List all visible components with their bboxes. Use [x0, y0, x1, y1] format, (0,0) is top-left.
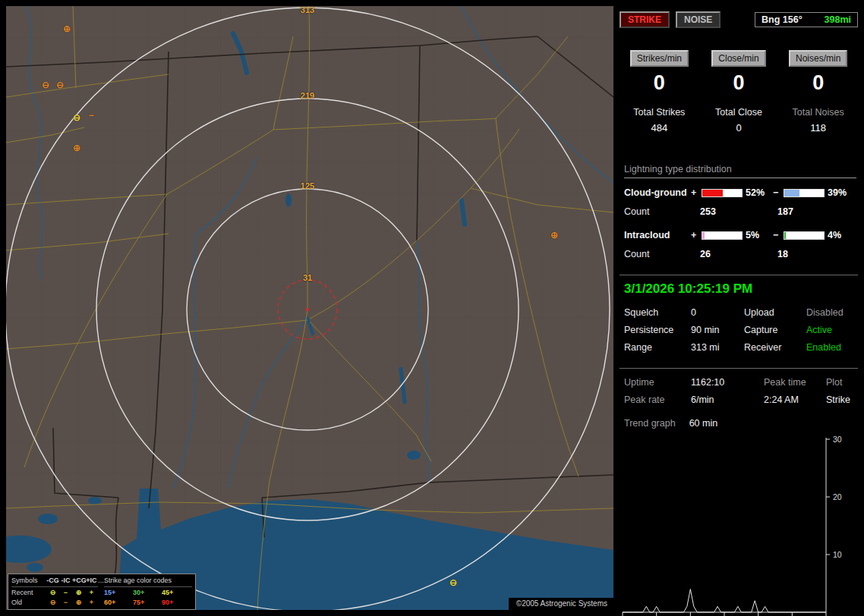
legend-age-code: 30+ [133, 588, 162, 598]
strike-marker: ⊖ [449, 579, 457, 586]
separator [620, 368, 858, 369]
legend-age-code: 45+ [162, 588, 192, 598]
legend-row-label: Old [11, 598, 46, 608]
map-legend: Symbols-CG-IC+CG+ICStrike age color code… [8, 574, 196, 610]
lightning-map: 313 219 125 31 ⊕⊖⊖⊖−⊕⊕⊖ Symbols-CG-IC+CG… [6, 6, 613, 610]
rate-counters: Strikes/min 0 Total Strikes 484 Close/mi… [620, 50, 858, 134]
strike-marker: ⊕ [73, 144, 80, 152]
range-value: 313 mi [691, 342, 744, 353]
upload-label: Upload [744, 307, 806, 318]
ring-label-125: 125 [301, 181, 314, 190]
svg-text:30: 30 [833, 435, 842, 444]
legend-age-code: 75+ [133, 598, 162, 608]
datetime-display: 3/1/2026 10:25:19 PM [624, 281, 858, 297]
intracloud-count-row: Count 26 18 [624, 249, 858, 259]
minus-sign: − [773, 187, 784, 198]
legend-age-code: 15+ [104, 588, 133, 598]
stats-grid: Uptime 1162:10 Peak time Plot Peak rate … [624, 377, 858, 405]
total-strikes-value: 484 [620, 122, 699, 134]
bearing-value: Bng 156° [762, 14, 803, 25]
total-close-label: Total Close [699, 107, 779, 118]
legend-age-title: Strike age color codes [104, 576, 192, 587]
cloud-ground-label: Cloud-ground [624, 187, 691, 198]
mode-toolbar: STRIKE NOISE Bng 156° 398mi [620, 12, 858, 27]
plot-label: Plot [826, 377, 858, 388]
peak-time-label: Peak time [764, 377, 826, 388]
peak-rate-label: Peak rate [624, 394, 691, 405]
count-label: Count [624, 206, 700, 217]
legend-symbol: − [59, 588, 72, 598]
intracloud-row: Intracloud + 5% − 4% [624, 230, 858, 240]
noises-per-min-button[interactable]: Noises/min [789, 50, 847, 67]
plot-value: Strike [826, 394, 858, 405]
uptime-label: Uptime [624, 377, 691, 388]
peak-rate-value: 6/min [691, 394, 764, 405]
ring-label-31: 31 [303, 273, 312, 282]
separator [620, 275, 858, 275]
trend-graph-label: Trend graph [624, 418, 676, 429]
bearing-display: Bng 156° 398mi [755, 12, 858, 27]
copyright-text: ©2005 Astrogenic Systems [509, 598, 613, 610]
uptime-value: 1162:10 [691, 377, 764, 388]
upload-status: Disabled [806, 307, 858, 318]
persistence-label: Persistence [624, 325, 691, 335]
minus-sign: − [773, 230, 784, 240]
total-noises-label: Total Noises [778, 107, 858, 118]
ic-positive-pct: 5% [746, 230, 773, 240]
total-noises-value: 118 [778, 122, 858, 134]
trend-graph: 1020306050403020100 min [620, 432, 858, 616]
ic-negative-pct: 4% [828, 230, 855, 240]
capture-status: Active [806, 325, 858, 335]
svg-text:10: 10 [833, 550, 842, 559]
strike-button[interactable]: STRIKE [620, 11, 670, 28]
cg-negative-pct: 39% [828, 187, 855, 198]
plus-sign: + [691, 230, 702, 240]
strike-marker: ⊖ [42, 81, 49, 89]
intracloud-label: Intracloud [624, 230, 691, 240]
strike-marker: ⊖ [73, 114, 80, 121]
legend-col-+CG: +CG [72, 576, 85, 587]
peak-time-value: 2:24 AM [764, 394, 826, 405]
ic-negative-count: 18 [777, 249, 788, 259]
status-grid: Squelch 0 Upload Disabled Persistence 90… [624, 307, 858, 353]
legend-col--CG: -CG [46, 576, 59, 587]
legend-symbol: + [85, 588, 98, 598]
strike-marker: ⊖ [56, 81, 64, 89]
legend-symbol: + [85, 598, 98, 608]
legend-symbol: ⊖ [46, 588, 59, 598]
strikes-per-min-button[interactable]: Strikes/min [630, 50, 689, 67]
cloud-ground-row: Cloud-ground + 52% − 39% [624, 187, 858, 198]
legend-symbol: ⊕ [72, 598, 85, 608]
range-label: Range [624, 342, 691, 353]
legend-symbol: − [59, 598, 72, 608]
count-label: Count [624, 249, 700, 259]
legend-col-+IC: +IC [85, 576, 98, 587]
ic-positive-bar [702, 231, 743, 240]
close-per-min-value: 0 [699, 71, 779, 95]
noises-per-min-value: 0 [778, 71, 858, 95]
ic-positive-count: 26 [700, 249, 777, 259]
distance-value: 398mi [825, 14, 851, 25]
status-panel: STRIKE NOISE Bng 156° 398mi Strikes/min … [620, 0, 858, 616]
plus-sign: + [691, 187, 702, 198]
legend-symbols-title: Symbols [11, 576, 46, 587]
strike-marker: ⊕ [550, 231, 558, 239]
capture-label: Capture [744, 325, 806, 335]
svg-text:20: 20 [833, 492, 842, 501]
total-close-value: 0 [699, 122, 779, 134]
strikes-per-min-value: 0 [620, 71, 699, 95]
legend-symbol: ⊖ [46, 598, 59, 608]
persistence-value: 90 min [691, 325, 744, 335]
close-per-min-button[interactable]: Close/min [711, 50, 765, 67]
squelch-value: 0 [691, 307, 744, 318]
cg-positive-pct: 52% [746, 187, 773, 198]
cg-positive-count: 253 [700, 206, 777, 217]
legend-symbol: ⊕ [72, 588, 85, 598]
legend-col--IC: -IC [59, 576, 72, 587]
noise-button[interactable]: NOISE [676, 11, 721, 28]
strike-marker: − [88, 112, 93, 119]
legend-gap [98, 581, 104, 583]
strike-marker: ⊕ [63, 25, 71, 33]
total-strikes-label: Total Strikes [620, 107, 699, 118]
ring-label-219: 219 [301, 91, 314, 100]
